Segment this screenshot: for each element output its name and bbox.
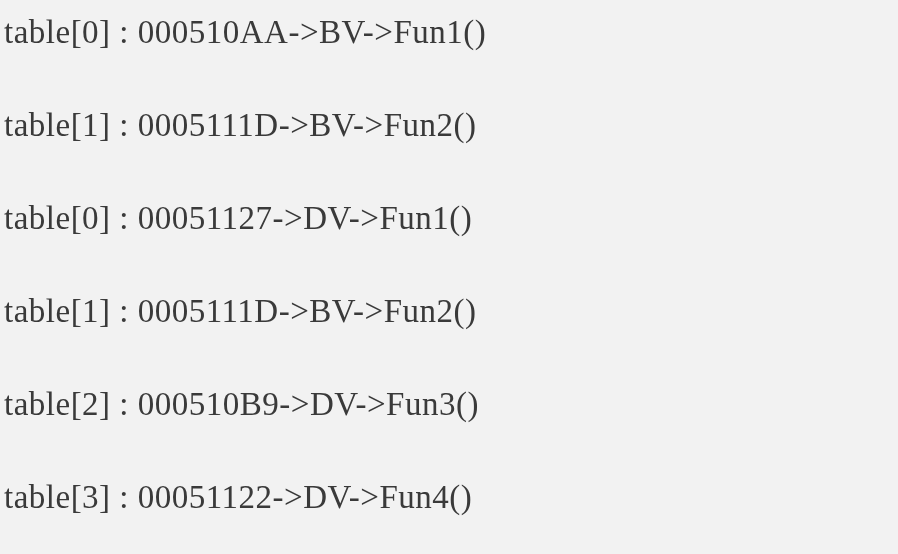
vtable-entry-line: table[3] : 00051122->DV->Fun4()	[4, 481, 894, 514]
vtable-entry-line: table[0] : 000510AA->BV->Fun1()	[4, 16, 894, 49]
vtable-entry-line: table[2] : 000510B9->DV->Fun3()	[4, 388, 894, 421]
vtable-entry-line: table[0] : 00051127->DV->Fun1()	[4, 202, 894, 235]
vtable-entry-line: table[1] : 0005111D->BV->Fun2()	[4, 109, 894, 142]
vtable-entry-line: table[1] : 0005111D->BV->Fun2()	[4, 295, 894, 328]
